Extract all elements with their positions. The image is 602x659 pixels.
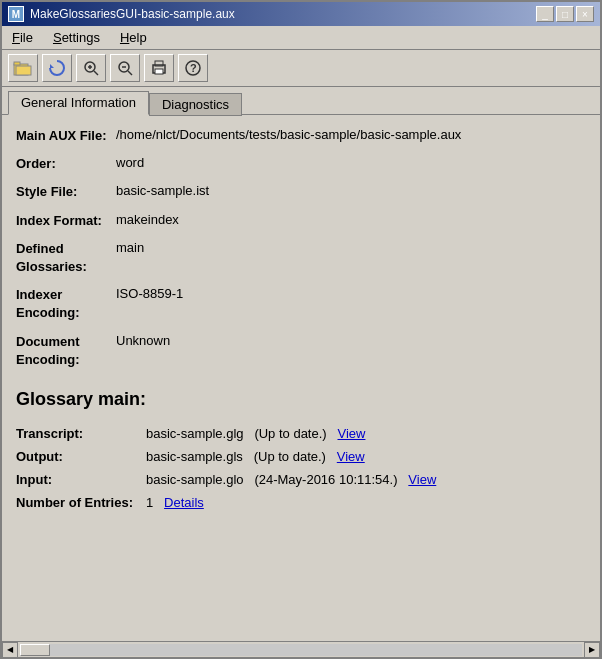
help-menu[interactable]: Help [114,28,153,47]
refresh-button[interactable] [42,54,72,82]
defined-glossaries-label: Defined Glossaries: [16,240,116,276]
transcript-status: (Up to date.) [254,426,326,441]
title-bar-left: M MakeGlossariesGUI-basic-sample.aux [8,6,235,22]
index-format-label: Index Format: [16,212,116,230]
svg-rect-1 [14,62,20,65]
title-buttons: _ □ × [536,6,594,22]
app-icon: M [8,6,24,22]
maximize-button[interactable]: □ [556,6,574,22]
transcript-view-link[interactable]: View [338,426,366,441]
help-button[interactable]: ? [178,54,208,82]
glossary-row-transcript: Transcript: basic-sample.glg (Up to date… [16,426,586,441]
settings-menu[interactable]: Settings [47,28,106,47]
scrollbar-track[interactable] [20,644,582,656]
input-label: Input: [16,472,146,487]
file-menu[interactable]: File [6,28,39,47]
window-title: MakeGlossariesGUI-basic-sample.aux [30,7,235,21]
info-row-order: Order: word [16,155,586,173]
entries-count: 1 [146,495,153,510]
glossary-row-entries: Number of Entries: 1 Details [16,495,586,510]
entries-value: 1 Details [146,495,586,510]
doc-encoding-value: Unknown [116,333,586,348]
horizontal-scrollbar[interactable]: ◀ ▶ [2,641,600,657]
output-value: basic-sample.gls (Up to date.) View [146,449,586,464]
info-row-glossaries: Defined Glossaries: main [16,240,586,276]
svg-marker-3 [50,64,54,68]
info-row-style: Style File: basic-sample.ist [16,183,586,201]
print-icon [150,59,168,77]
info-row-doc-encoding: Document Encoding: Unknown [16,333,586,369]
zoom-out-button[interactable] [110,54,140,82]
toolbar: ? [2,50,600,87]
transcript-label: Transcript: [16,426,146,441]
style-file-label: Style File: [16,183,116,201]
main-window: M MakeGlossariesGUI-basic-sample.aux _ □… [0,0,602,659]
output-file: basic-sample.gls [146,449,243,464]
zoom-in-button[interactable] [76,54,106,82]
input-value: basic-sample.glo (24-May-2016 10:11:54.)… [146,472,586,487]
info-row-indexer-encoding: Indexer Encoding: ISO-8859-1 [16,286,586,322]
entries-label: Number of Entries: [16,495,146,510]
info-row-index-format: Index Format: makeindex [16,212,586,230]
zoom-in-icon [82,59,100,77]
open-icon [13,59,33,77]
scrollbar-thumb[interactable] [20,644,50,656]
output-view-link[interactable]: View [337,449,365,464]
print-button[interactable] [144,54,174,82]
style-file-value: basic-sample.ist [116,183,586,198]
glossary-row-output: Output: basic-sample.gls (Up to date.) V… [16,449,586,464]
tab-general-information[interactable]: General Information [8,91,149,115]
svg-line-5 [94,71,98,75]
info-table: Main AUX File: /home/nlct/Documents/test… [16,127,586,369]
title-bar: M MakeGlossariesGUI-basic-sample.aux _ □… [2,2,600,26]
refresh-icon [48,59,66,77]
order-value: word [116,155,586,170]
glossary-title: Glossary main: [16,389,586,410]
input-status: (24-May-2016 10:11:54.) [254,472,397,487]
indexer-encoding-label: Indexer Encoding: [16,286,116,322]
indexer-encoding-value: ISO-8859-1 [116,286,586,301]
scroll-right-button[interactable]: ▶ [584,642,600,658]
input-view-link[interactable]: View [408,472,436,487]
close-button[interactable]: × [576,6,594,22]
tab-diagnostics[interactable]: Diagnostics [149,93,242,116]
info-row-aux: Main AUX File: /home/nlct/Documents/test… [16,127,586,145]
input-file: basic-sample.glo [146,472,244,487]
entries-details-link[interactable]: Details [164,495,204,510]
svg-rect-2 [16,66,31,75]
svg-line-9 [128,71,132,75]
output-label: Output: [16,449,146,464]
output-status: (Up to date.) [254,449,326,464]
aux-file-label: Main AUX File: [16,127,116,145]
aux-file-value: /home/nlct/Documents/tests/basic-sample/… [116,127,586,142]
svg-rect-13 [155,69,163,74]
minimize-button[interactable]: _ [536,6,554,22]
transcript-file: basic-sample.glg [146,426,244,441]
menubar: File Settings Help [2,26,600,50]
index-format-value: makeindex [116,212,586,227]
zoom-out-icon [116,59,134,77]
order-label: Order: [16,155,116,173]
tabs: General Information Diagnostics [2,87,600,115]
open-button[interactable] [8,54,38,82]
glossary-row-input: Input: basic-sample.glo (24-May-2016 10:… [16,472,586,487]
scroll-left-button[interactable]: ◀ [2,642,18,658]
defined-glossaries-value: main [116,240,586,255]
glossary-section: Glossary main: Transcript: basic-sample.… [16,389,586,510]
transcript-value: basic-sample.glg (Up to date.) View [146,426,586,441]
svg-text:?: ? [190,62,197,74]
content-area: Main AUX File: /home/nlct/Documents/test… [2,115,600,641]
doc-encoding-label: Document Encoding: [16,333,116,369]
help-icon: ? [184,59,202,77]
